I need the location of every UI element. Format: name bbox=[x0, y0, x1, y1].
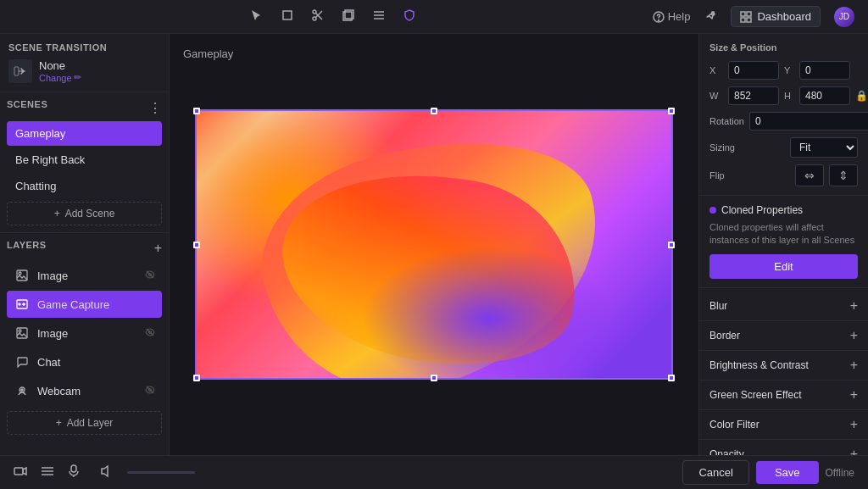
cancel-button[interactable]: Cancel bbox=[682, 460, 748, 485]
rotation-input[interactable] bbox=[749, 112, 868, 131]
resize-handle-br[interactable] bbox=[668, 375, 675, 381]
video-icon[interactable] bbox=[14, 464, 27, 481]
layer-name-game-capture: Game Capture bbox=[37, 298, 155, 311]
shield-tool-icon[interactable] bbox=[403, 8, 416, 25]
transition-text: None Change ✏ bbox=[39, 59, 160, 83]
add-layer-button[interactable]: + Add Layer bbox=[7, 411, 162, 435]
scissor-tool-icon[interactable] bbox=[311, 8, 325, 25]
scenes-section: Scenes ⋮ Gameplay Be Right Back Chatting… bbox=[0, 92, 169, 233]
w-input[interactable] bbox=[728, 86, 779, 105]
svg-point-1 bbox=[313, 10, 316, 14]
scenes-menu-icon[interactable]: ⋮ bbox=[148, 100, 162, 116]
sizing-row: Sizing Fit Fill Stretch bbox=[709, 137, 858, 158]
resize-handle-tr[interactable] bbox=[668, 108, 675, 114]
scene-item-gameplay[interactable]: Gameplay bbox=[7, 121, 162, 146]
scene-transition-section: Scene Transition None Change ✏ bbox=[0, 34, 169, 92]
effect-green-screen[interactable]: Green Screen Effect + bbox=[699, 381, 868, 410]
duplicate-tool-icon[interactable] bbox=[342, 8, 355, 25]
dashboard-button[interactable]: Dashboard bbox=[731, 6, 821, 27]
scene-item-be-right-back[interactable]: Be Right Back bbox=[7, 147, 162, 172]
add-layer-icon[interactable]: + bbox=[154, 241, 162, 256]
brightness-add-icon[interactable]: + bbox=[850, 358, 858, 373]
help-label: Help bbox=[668, 10, 691, 23]
left-sidebar: Scene Transition None Change ✏ bbox=[0, 34, 170, 455]
scene-item-chatting[interactable]: Chatting bbox=[7, 174, 162, 198]
effect-blur[interactable]: Blur + bbox=[699, 292, 868, 321]
save-button[interactable]: Save bbox=[756, 461, 819, 484]
layer-item-image-2[interactable]: Image bbox=[7, 320, 162, 347]
magic-icon[interactable] bbox=[704, 10, 717, 24]
bottom-left-controls bbox=[14, 464, 195, 481]
scene-transition-title: Scene Transition bbox=[8, 42, 160, 53]
volume-slider[interactable] bbox=[127, 471, 195, 474]
h-label: H bbox=[784, 91, 794, 101]
toolbar-right: Help Dashboard JD bbox=[653, 6, 854, 27]
image-icon-2 bbox=[14, 325, 31, 342]
resize-handle-ml[interactable] bbox=[193, 242, 200, 248]
flip-horizontal-button[interactable]: ⇔ bbox=[795, 164, 824, 186]
crop-tool-icon[interactable] bbox=[281, 8, 294, 25]
align-tool-icon[interactable] bbox=[372, 8, 386, 25]
avatar[interactable]: JD bbox=[834, 7, 854, 27]
layer-eye-icon-2[interactable] bbox=[145, 327, 155, 340]
h-input[interactable] bbox=[799, 86, 850, 105]
resize-handle-tm[interactable] bbox=[431, 108, 437, 114]
blur-add-icon[interactable]: + bbox=[850, 298, 858, 314]
toolbar-center bbox=[250, 8, 416, 25]
resize-handle-bm[interactable] bbox=[431, 375, 437, 381]
mic-icon[interactable] bbox=[68, 464, 80, 481]
pointer-tool-icon[interactable] bbox=[250, 8, 264, 25]
flip-label: Flip bbox=[709, 170, 725, 181]
volume-icon[interactable] bbox=[100, 464, 114, 481]
effect-brightness-contrast-label: Brightness & Contrast bbox=[709, 359, 809, 371]
lock-icon[interactable]: 🔒 bbox=[855, 90, 868, 102]
help-button[interactable]: Help bbox=[653, 10, 691, 23]
opacity-add-icon[interactable]: + bbox=[850, 447, 858, 455]
layer-item-game-capture[interactable]: Game Capture bbox=[7, 291, 162, 318]
svg-rect-16 bbox=[14, 67, 19, 75]
transition-name: None bbox=[39, 59, 160, 72]
svg-rect-0 bbox=[283, 11, 292, 19]
effect-brightness-contrast[interactable]: Brightness & Contrast + bbox=[699, 351, 868, 381]
resize-handle-mr[interactable] bbox=[668, 242, 675, 248]
sizing-select[interactable]: Fit Fill Stretch bbox=[790, 137, 858, 158]
effect-opacity[interactable]: Opacity + bbox=[699, 440, 868, 455]
canvas-wrapper[interactable] bbox=[195, 109, 673, 380]
resize-handle-bl[interactable] bbox=[193, 375, 200, 381]
border-add-icon[interactable]: + bbox=[850, 328, 858, 343]
effect-border-label: Border bbox=[709, 330, 740, 342]
effect-green-screen-label: Green Screen Effect bbox=[709, 389, 802, 401]
layer-item-chat[interactable]: Chat bbox=[7, 348, 162, 375]
resize-handle-tl[interactable] bbox=[193, 108, 200, 114]
svg-point-2 bbox=[313, 17, 316, 20]
layer-eye-icon-3[interactable] bbox=[145, 385, 155, 397]
layers-title: Layers bbox=[7, 240, 47, 250]
layer-name-chat: Chat bbox=[37, 356, 155, 369]
transition-change-btn[interactable]: Change ✏ bbox=[39, 72, 160, 83]
layer-item-image-1[interactable]: Image bbox=[7, 262, 162, 289]
effect-blur-label: Blur bbox=[709, 300, 727, 312]
bottom-bar: Cancel Save Offline bbox=[0, 455, 868, 489]
svg-rect-31 bbox=[14, 468, 23, 475]
size-position-section: Size & Position X Y W H 🔒 Rotation Sizin… bbox=[699, 34, 868, 196]
effect-color-filter[interactable]: Color Filter + bbox=[699, 410, 868, 440]
svg-rect-14 bbox=[741, 18, 745, 22]
layer-item-webcam[interactable]: Webcam bbox=[7, 377, 162, 404]
canvas-preview bbox=[197, 111, 671, 378]
image-icon-1 bbox=[14, 267, 31, 284]
flip-vertical-button[interactable]: ⇕ bbox=[829, 164, 858, 186]
svg-point-11 bbox=[658, 19, 659, 20]
svg-point-24 bbox=[19, 330, 21, 332]
svg-rect-35 bbox=[71, 465, 76, 472]
add-scene-button[interactable]: + Add Scene bbox=[7, 202, 162, 225]
y-input[interactable] bbox=[799, 61, 850, 80]
x-input[interactable] bbox=[728, 61, 779, 80]
canvas-scene-label: Gameplay bbox=[183, 47, 233, 60]
edit-button[interactable]: Edit bbox=[709, 254, 858, 279]
green-screen-add-icon[interactable]: + bbox=[850, 387, 858, 403]
effect-border[interactable]: Border + bbox=[699, 321, 868, 351]
settings-icon[interactable] bbox=[41, 464, 54, 481]
layer-eye-icon-1[interactable] bbox=[145, 270, 155, 282]
svg-point-22 bbox=[19, 303, 20, 305]
color-filter-add-icon[interactable]: + bbox=[850, 417, 858, 432]
